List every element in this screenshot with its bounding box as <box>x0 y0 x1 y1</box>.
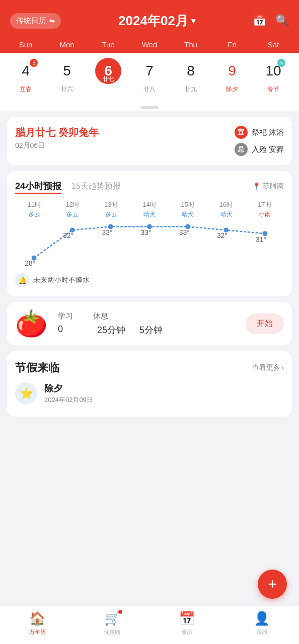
weekday-mon: Mon <box>49 40 85 49</box>
lunar-card-content: 腊月廿七 癸卯兔年 02月06日 宜 祭祀 沐浴 忌 入殓 安葬 <box>15 126 284 156</box>
nav-item-calendar[interactable]: 🏠 万年历 <box>20 611 55 636</box>
holiday-date: 2024年02月09日 <box>44 395 93 405</box>
location-pin-icon: 📍 <box>252 182 261 190</box>
holiday-more-link[interactable]: 查看更多 › <box>252 363 284 372</box>
rain-text: 未来两小时不降水 <box>33 276 90 285</box>
pomodoro-start-button[interactable]: 开始 <box>246 313 284 334</box>
weekday-sun: Sun <box>8 40 43 49</box>
pomodoro-values: 0 25分钟 5分钟 <box>58 324 246 336</box>
lunar-info-card: 腊月廿七 癸卯兔年 02月06日 宜 祭祀 沐浴 忌 入殓 安葬 <box>7 117 292 165</box>
nav-item-profile[interactable]: 👤 我的 <box>244 611 279 636</box>
temp-label-7: 31° <box>256 235 266 244</box>
calendar-type-selector[interactable]: 传统日历 ⇋ <box>10 13 61 29</box>
weekday-wed: Wed <box>132 40 167 49</box>
weather-tab-24h[interactable]: 24小时预报 <box>15 180 61 192</box>
date-cell-9[interactable]: 9 除夕 <box>214 58 250 94</box>
holiday-card: 节假来临 查看更多 › ⭐ 除夕 2024年02月09日 <box>7 351 292 417</box>
nav-icon-deals: 🛒 <box>104 611 120 626</box>
nav-label-profile: 我的 <box>256 628 267 636</box>
hour-time-13: 13时 <box>104 200 118 209</box>
rain-notice: 🔔 未来两小时不降水 <box>15 273 284 287</box>
hour-time-11: 11时 <box>27 200 41 209</box>
location-name: 莎阿南 <box>263 182 284 191</box>
hour-cond-12: 多云 <box>66 210 79 219</box>
hour-14: 14时 晴天 <box>130 200 169 219</box>
holiday-title: 节假来临 <box>15 360 59 375</box>
temp-label-4: 33° <box>141 228 152 236</box>
hour-15: 15时 晴天 <box>169 200 207 219</box>
date-num-4: ⌛ 4 <box>13 58 39 84</box>
pomodoro-card: 🍅 学习 休息 0 25分钟 5分钟 开始 <box>7 302 292 345</box>
scroll-indicator <box>0 102 299 111</box>
hour-cond-11: 多云 <box>28 210 40 219</box>
weather-tab-15d[interactable]: 15天趋势预报 <box>71 181 121 192</box>
lunar-card-left: 腊月廿七 癸卯兔年 02月06日 <box>15 126 99 150</box>
hourly-row: 11时 多云 12时 多云 13时 多云 14时 晴天 15时 晴天 16时 晴… <box>15 200 284 219</box>
hour-cond-17: 小雨 <box>259 210 271 219</box>
hour-12: 12时 多云 <box>53 200 92 219</box>
temperature-chart: 28° 32° 33° 33° 33° 32° 31° <box>15 223 284 268</box>
dropdown-icon: ▾ <box>191 16 195 26</box>
fab-button[interactable]: + <box>258 570 287 599</box>
weekday-thu: Thu <box>173 40 208 49</box>
date-cell-10[interactable]: 休 10 春节 <box>256 58 291 94</box>
holiday-more-label: 查看更多 <box>252 363 280 372</box>
lunar-6-inner: 廿七 <box>103 75 114 83</box>
temp-label-5: 33° <box>179 228 190 236</box>
lunar-card-date: 02月06日 <box>15 141 99 150</box>
holiday-header: 节假来临 查看更多 › <box>15 360 284 375</box>
nav-item-almanac[interactable]: 📅 黄历 <box>169 611 204 636</box>
date-cell-5[interactable]: 5 廿六 <box>49 58 85 94</box>
weekday-fri: Fri <box>214 40 250 49</box>
pomodoro-labels: 学习 休息 <box>58 311 246 321</box>
weather-card: 24小时预报 15天趋势预报 📍 莎阿南 11时 多云 12时 多云 13时 多… <box>7 171 292 296</box>
temp-label-6: 32° <box>217 231 228 239</box>
inauspicious-badge: 忌 <box>235 143 248 156</box>
pomodoro-value-count: 0 <box>58 324 83 336</box>
app-header: 传统日历 ⇋ 2024年02月 ▾ 📅 🔍 <box>0 0 299 40</box>
scroll-dot <box>140 106 159 109</box>
date-badge-4: ⌛ <box>30 59 38 67</box>
date-cell-8[interactable]: 8 廿九 <box>173 58 208 94</box>
lunar-9: 除夕 <box>226 85 238 94</box>
nav-icon-almanac: 📅 <box>179 611 195 626</box>
hour-time-12: 12时 <box>66 200 80 209</box>
nav-icon-calendar: 🏠 <box>29 611 45 626</box>
holiday-info: 除夕 2024年02月09日 <box>44 382 93 405</box>
lunar-5: 廿六 <box>61 85 73 94</box>
date-cell-7[interactable]: 7 廿八 <box>132 58 167 94</box>
weather-tabs: 24小时预报 15天趋势预报 📍 莎阿南 <box>15 180 284 192</box>
date-num-9: 9 <box>219 58 245 84</box>
holiday-item-chuxi[interactable]: ⭐ 除夕 2024年02月09日 <box>15 382 284 405</box>
hour-time-16: 16时 <box>219 200 233 209</box>
weekday-row: Sun Mon Tue Wed Thu Fri Sat <box>0 40 299 53</box>
lunar-7: 廿八 <box>143 85 156 94</box>
lunar-8: 廿九 <box>185 85 197 94</box>
year-month-label: 2024年02月 <box>118 12 188 30</box>
pomodoro-value-rest: 5分钟 <box>139 324 165 336</box>
nav-label-almanac: 黄历 <box>181 628 192 636</box>
date-badge-10: 休 <box>277 59 285 67</box>
hour-cond-15: 晴天 <box>182 210 194 219</box>
search-icon[interactable]: 🔍 <box>275 14 289 27</box>
nav-icon-deals-wrapper: 🛒 <box>104 611 120 626</box>
calendar-date-row: ⌛ 4 立春 5 廿六 6 廿七 7 廿八 8 廿九 9 除夕 休 10 春节 <box>0 53 299 102</box>
lunar-card-title: 腊月廿七 癸卯兔年 <box>15 126 99 139</box>
pomodoro-label-study: 学习 <box>58 311 73 321</box>
hour-time-14: 14时 <box>142 200 156 209</box>
pomodoro-label-rest: 休息 <box>93 311 108 321</box>
bottom-navigation: 🏠 万年历 🛒 优惠购 📅 黄历 👤 我的 <box>0 605 299 644</box>
calendar-view-icon[interactable]: 📅 <box>253 14 266 27</box>
date-cell-4[interactable]: ⌛ 4 立春 <box>8 58 43 94</box>
nav-label-calendar: 万年历 <box>29 628 46 636</box>
date-num-5: 5 <box>54 58 80 84</box>
date-num-6: 6 廿七 <box>95 58 121 84</box>
hour-11: 11时 多云 <box>15 200 53 219</box>
temp-label-1: 28° <box>25 259 35 267</box>
holiday-star-icon: ⭐ <box>15 382 37 405</box>
date-cell-6[interactable]: 6 廿七 <box>91 58 126 94</box>
hour-time-15: 15时 <box>181 200 195 209</box>
year-month-selector[interactable]: 2024年02月 ▾ <box>118 12 195 30</box>
svg-text:⌛: ⌛ <box>32 61 36 65</box>
nav-item-deals[interactable]: 🛒 优惠购 <box>95 611 130 636</box>
